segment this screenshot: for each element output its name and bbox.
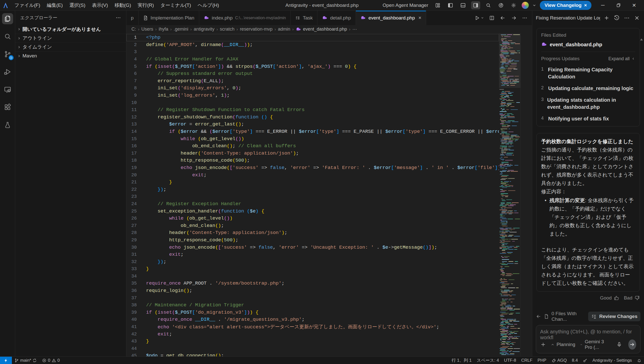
feedback-bad-button[interactable]: Bad (624, 295, 640, 301)
breadcrumb-item[interactable]: ihyfa (159, 27, 168, 32)
tab-detail-php[interactable]: detail.php (317, 11, 356, 25)
minimap[interactable] (499, 33, 520, 356)
tab-event-dashboard-php[interactable]: event_dashboard.php× (356, 11, 426, 25)
breadcrumb-file[interactable]: event_dashboard.php (296, 27, 347, 32)
extensions-icon[interactable] (2, 102, 13, 113)
navigate-forward-icon[interactable] (511, 15, 517, 21)
menu-go[interactable]: 移動(G) (111, 1, 134, 10)
more-actions-icon[interactable] (116, 15, 121, 20)
menu-run[interactable]: 実行(R) (134, 1, 157, 10)
customize-layout-icon[interactable] (433, 1, 442, 9)
progress-step-4[interactable]: 4Notifying user of stats fix (541, 115, 635, 122)
sidebar-section-2[interactable]: タイムライン (15, 42, 126, 51)
attach-plus-icon[interactable] (540, 341, 546, 348)
more-actions-icon[interactable] (623, 14, 630, 22)
breadcrumb-item[interactable]: antigravity (194, 27, 214, 32)
review-changes-button[interactable]: Review Changes (588, 312, 640, 321)
git-branch-status[interactable]: main* (12, 357, 39, 364)
back-arrow-icon[interactable] (536, 314, 541, 319)
more-actions-icon[interactable] (522, 15, 527, 21)
files-with-changes[interactable]: 0 Files With Chan... (551, 311, 586, 322)
cursor-position[interactable]: 行 1、列 1 (449, 357, 474, 364)
source-control-icon[interactable] (2, 49, 13, 60)
breadcrumb-item[interactable]: Users (141, 27, 153, 32)
split-editor-icon[interactable] (489, 15, 495, 21)
explorer-icon[interactable] (2, 13, 13, 24)
progress-step-3[interactable]: 3Updating stats calculation in event_das… (541, 96, 635, 111)
chevron-right-icon: › (349, 27, 350, 32)
sidebar-section-1[interactable]: アウトライン (15, 34, 126, 42)
tab-task[interactable]: Task (291, 11, 317, 25)
new-chat-icon[interactable] (603, 14, 610, 22)
php-version[interactable]: 8.4 (569, 357, 580, 364)
menu-edit[interactable]: 編集(E) (43, 1, 66, 10)
menu-help[interactable]: ヘルプ(H) (194, 1, 222, 10)
browser-preview-icon[interactable] (496, 1, 505, 9)
feedback-good-button[interactable]: Good (600, 295, 619, 301)
menu-file[interactable]: ファイル(F) (11, 1, 43, 10)
checklist-icon (591, 314, 597, 319)
window-restore-button[interactable] (611, 0, 626, 10)
breadcrumb-item[interactable]: scratch (220, 27, 235, 32)
editor-scrollbar[interactable] (520, 33, 532, 356)
toggle-right-panel-icon[interactable] (471, 1, 480, 9)
close-icon[interactable]: × (584, 3, 587, 8)
breadcrumb-item[interactable]: C: (131, 27, 136, 32)
toggle-bottom-panel-icon[interactable] (458, 1, 468, 9)
progress-step-2[interactable]: 2Updating calculate_remaining logic (541, 85, 635, 92)
breadcrumb-item[interactable]: reservation-mvp (240, 27, 272, 32)
remote-explorer-icon[interactable] (2, 84, 13, 95)
agq-status[interactable]: AGQ (549, 357, 569, 364)
search-icon[interactable] (484, 1, 493, 9)
step-title: Updating calculate_remaining logic (548, 85, 633, 92)
menu-selection[interactable]: 選択(S) (66, 1, 88, 10)
chevron-right-icon (17, 45, 21, 49)
window-close-button[interactable]: ✕ (626, 0, 642, 10)
expand-all-button[interactable]: Expand all (608, 56, 635, 61)
settings-gear-icon[interactable] (509, 1, 518, 9)
progress-step-1[interactable]: 1Fixing Remaining Capacity Calculation (541, 66, 635, 80)
avatar[interactable] (522, 2, 529, 9)
send-button[interactable] (628, 339, 636, 350)
encoding[interactable]: UTF-8 (501, 357, 519, 364)
window-minimize-button[interactable]: ─ (595, 0, 611, 10)
breadcrumb[interactable]: C:›Users›ihyfa›.gemini›antigravity›scrat… (126, 25, 532, 33)
problems-status[interactable]: 0 0 (39, 357, 62, 364)
notifications-bell-icon[interactable] (634, 357, 644, 364)
scroll-up-icon[interactable] (639, 38, 643, 41)
view-changelog-button[interactable]: View Changelog× (540, 1, 591, 10)
toggle-left-panel-icon[interactable] (446, 1, 455, 9)
chat-input[interactable]: Ask anything (Ctrl+L), @ to mention, / f… (536, 325, 640, 353)
search-icon[interactable] (2, 31, 13, 42)
history-icon[interactable] (613, 14, 620, 22)
language-mode[interactable]: PHP (535, 357, 549, 364)
mode-selector[interactable]: Planning (551, 342, 575, 347)
code-editor[interactable]: 1<?php2define('APP_ROOT', dirname(__DIR_… (126, 33, 499, 356)
key-status[interactable] (580, 357, 590, 364)
breadcrumb-item[interactable]: admin (278, 27, 290, 32)
tab-implementation-plan[interactable]: Implementation Plan (139, 11, 199, 25)
sidebar-section-3[interactable]: Maven (15, 51, 126, 60)
breadcrumb-item[interactable]: .gemini (174, 27, 188, 32)
run-file-button[interactable] (474, 15, 484, 21)
indentation[interactable]: スペース: 4 (474, 357, 501, 364)
open-agent-manager[interactable]: Open Agent Manager (383, 3, 428, 8)
navigate-back-icon[interactable] (500, 15, 506, 21)
remote-indicator[interactable] (0, 357, 12, 364)
tab-index-php[interactable]: index.phpC:\...\reservation-mvp\admin (199, 11, 291, 25)
testing-icon[interactable] (2, 119, 13, 131)
breadcrumb-more[interactable]: ⋯ (352, 27, 357, 32)
chevron-down-icon[interactable] (532, 3, 536, 7)
settings-status[interactable]: Antigravity - Settings (590, 357, 634, 364)
sidebar-section-0[interactable]: 開いているフォルダーがありません (15, 25, 126, 34)
run-debug-icon[interactable] (2, 66, 13, 77)
menu-terminal[interactable]: ターミナル(T) (157, 1, 194, 10)
eol-sequence[interactable]: CRLF (519, 357, 535, 364)
model-selector[interactable]: Gemini 3 Pro (... (580, 339, 612, 350)
menu-view[interactable]: 表示(V) (89, 1, 111, 10)
tab-p[interactable]: p (126, 11, 139, 25)
tab-close-icon[interactable]: × (418, 15, 421, 21)
edited-file-item[interactable]: event_dashboard.php (541, 41, 635, 52)
close-panel-icon[interactable] (633, 14, 640, 22)
microphone-icon[interactable] (616, 341, 622, 348)
